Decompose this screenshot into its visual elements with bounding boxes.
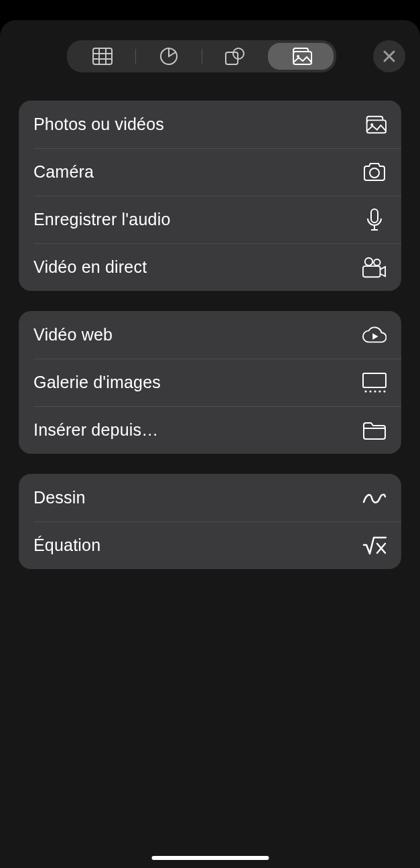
svg-rect-15 <box>371 209 378 223</box>
menu-item-camera[interactable]: Caméra <box>19 148 401 196</box>
table-icon <box>92 48 113 65</box>
svg-point-18 <box>365 257 372 265</box>
svg-rect-12 <box>367 120 386 133</box>
scribble-icon <box>362 486 387 510</box>
svg-point-26 <box>383 390 385 392</box>
close-icon <box>382 50 396 63</box>
menu-group: Vidéo web Galerie d'images <box>19 311 401 454</box>
media-icon <box>289 48 312 65</box>
svg-point-24 <box>374 390 376 392</box>
menu-item-label: Vidéo web <box>33 325 113 345</box>
tab-shape[interactable] <box>202 43 268 70</box>
video-camera-icon <box>362 255 387 280</box>
photos-icon <box>362 113 387 137</box>
menu-item-drawing[interactable]: Dessin <box>19 474 401 521</box>
svg-point-19 <box>374 259 380 265</box>
menu-item-live-video[interactable]: Vidéo en direct <box>19 243 401 291</box>
menu-item-record-audio[interactable]: Enregistrer l'audio <box>19 196 401 243</box>
equation-icon <box>362 534 387 558</box>
svg-rect-0 <box>93 48 112 64</box>
menu-item-web-video[interactable]: Vidéo web <box>19 311 401 359</box>
menu-item-insert-from[interactable]: Insérer depuis… <box>19 406 401 454</box>
cloud-play-icon <box>362 323 387 347</box>
menu-item-label: Enregistrer l'audio <box>33 210 171 229</box>
menu-item-label: Insérer depuis… <box>33 420 158 440</box>
svg-point-14 <box>370 168 379 178</box>
pie-chart-icon <box>159 47 178 66</box>
svg-point-25 <box>378 390 380 392</box>
svg-point-23 <box>369 390 371 392</box>
toolbar <box>0 34 420 79</box>
tab-media[interactable] <box>268 43 334 70</box>
svg-point-22 <box>364 390 366 392</box>
menu-group: Dessin Équation <box>19 474 401 569</box>
tab-chart[interactable] <box>136 43 202 70</box>
shapes-icon <box>225 48 245 65</box>
menu-item-photos-videos[interactable]: Photos ou vidéos <box>19 101 401 148</box>
folder-icon <box>362 418 387 442</box>
menu-content: Photos ou vidéos Caméra <box>0 79 420 569</box>
menu-item-label: Caméra <box>33 162 94 182</box>
gallery-icon <box>362 371 387 395</box>
svg-rect-20 <box>363 266 380 277</box>
menu-item-label: Vidéo en direct <box>33 257 147 277</box>
close-button[interactable] <box>373 40 405 72</box>
menu-group: Photos ou vidéos Caméra <box>19 101 401 291</box>
svg-rect-8 <box>293 52 311 64</box>
tab-table[interactable] <box>70 43 135 70</box>
home-indicator[interactable] <box>151 856 269 860</box>
menu-item-image-gallery[interactable]: Galerie d'images <box>19 359 401 406</box>
svg-rect-21 <box>363 373 386 387</box>
menu-item-label: Dessin <box>33 488 86 507</box>
menu-item-label: Galerie d'images <box>33 373 161 392</box>
menu-item-label: Équation <box>33 536 100 555</box>
segmented-control <box>67 40 336 72</box>
insert-sheet: Photos ou vidéos Caméra <box>0 20 420 868</box>
camera-icon <box>362 160 387 184</box>
menu-item-equation[interactable]: Équation <box>19 521 401 569</box>
menu-item-label: Photos ou vidéos <box>33 115 164 134</box>
microphone-icon <box>362 208 387 232</box>
